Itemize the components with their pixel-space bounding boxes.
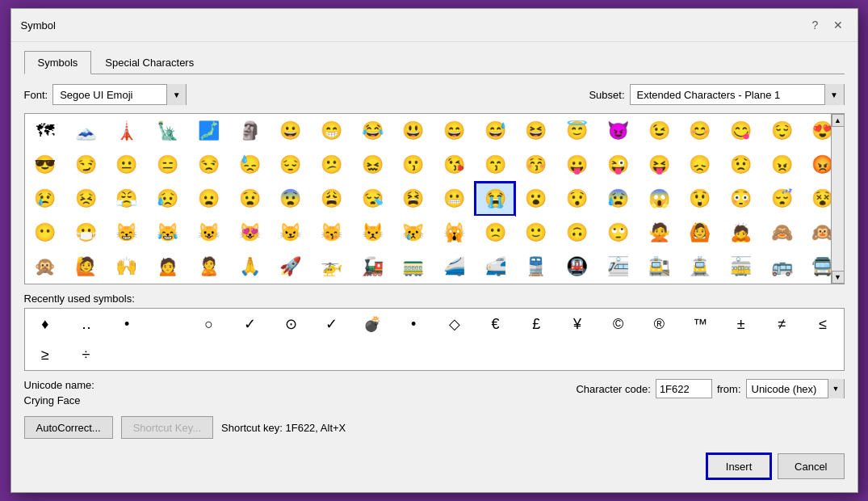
symbol-cell[interactable]: 😇 — [557, 114, 598, 148]
symbol-cell[interactable]: 😅 — [475, 114, 515, 148]
symbol-cell[interactable]: 🙏 — [229, 250, 270, 284]
tab-special-characters[interactable]: Special Characters — [91, 51, 208, 74]
symbol-cell[interactable]: 😦 — [188, 182, 229, 216]
symbol-cell[interactable]: 😳 — [720, 182, 761, 216]
symbol-cell[interactable]: 😬 — [434, 182, 475, 216]
symbol-cell[interactable]: 😌 — [761, 114, 802, 148]
symbol-cell[interactable]: 🙎 — [188, 250, 229, 284]
symbol-cell[interactable]: 😹 — [148, 216, 188, 250]
symbol-cell[interactable]: 😲 — [680, 182, 720, 216]
symbol-cell[interactable]: 😛 — [557, 148, 598, 182]
symbol-cell[interactable]: 😑 — [148, 148, 188, 182]
symbol-cell[interactable]: 🚃 — [393, 250, 434, 284]
recently-used-cell[interactable]: € — [475, 309, 516, 339]
symbol-cell[interactable]: 😩 — [311, 182, 351, 216]
symbol-cell[interactable]: 🗽 — [148, 114, 188, 148]
symbol-cell[interactable]: 😊 — [680, 114, 720, 148]
symbol-cell[interactable]: 🙀 — [434, 216, 475, 250]
symbol-cell[interactable]: 😎 — [25, 148, 65, 182]
symbol-cell[interactable]: 😖 — [352, 148, 392, 182]
symbol-cell[interactable]: 🙄 — [598, 216, 638, 250]
symbol-cell[interactable]: 😰 — [598, 182, 638, 216]
recently-used-cell[interactable]: ✓ — [311, 309, 352, 339]
symbol-cell[interactable]: 🚇 — [557, 250, 598, 284]
symbol-cell[interactable]: 😷 — [65, 216, 106, 250]
symbol-cell[interactable]: 🚆 — [516, 250, 556, 284]
recently-used-cell[interactable]: ± — [720, 309, 761, 339]
symbol-cell[interactable]: 😆 — [516, 114, 556, 148]
symbol-cell[interactable]: 🗺 — [25, 114, 65, 148]
symbol-cell[interactable]: 😒 — [188, 148, 229, 182]
symbol-cell[interactable]: 😙 — [475, 148, 515, 182]
symbol-cell[interactable]: 😁 — [311, 114, 351, 148]
symbol-cell[interactable]: 🗻 — [65, 114, 106, 148]
symbol-cell[interactable]: 😴 — [761, 182, 802, 216]
symbol-cell[interactable]: 😮 — [516, 182, 556, 216]
symbol-cell[interactable]: 🙍 — [148, 250, 188, 284]
symbol-cell[interactable]: 😥 — [148, 182, 188, 216]
symbol-cell[interactable]: 😼 — [270, 216, 311, 250]
symbol-cell[interactable]: 😔 — [270, 148, 311, 182]
symbol-cell[interactable]: 🙆 — [680, 216, 720, 250]
autocorrect-button[interactable]: AutoCorrect... — [24, 416, 113, 439]
symbol-cell[interactable]: 😪 — [352, 182, 392, 216]
symbol-cell[interactable]: 🙋 — [65, 250, 106, 284]
symbol-cell[interactable]: 🙇 — [720, 216, 761, 250]
symbol-cell[interactable]: 🙁 — [475, 216, 515, 250]
symbol-cell[interactable]: 🗿 — [229, 114, 270, 148]
symbol-cell[interactable]: 😿 — [393, 216, 434, 250]
recently-used-cell[interactable] — [148, 309, 189, 339]
from-dropdown[interactable]: Unicode (hex) ▼ — [746, 379, 845, 398]
recently-used-cell[interactable]: 💣 — [352, 309, 393, 339]
symbol-cell[interactable]: 😘 — [434, 148, 475, 182]
recently-used-cell[interactable]: • — [393, 309, 434, 339]
symbol-cell[interactable]: 🗾 — [188, 114, 229, 148]
symbol-cell[interactable]: 🚌 — [761, 250, 802, 284]
recently-used-cell[interactable]: ™ — [680, 309, 721, 339]
symbol-cell[interactable]: 🚁 — [311, 250, 351, 284]
symbol-cell[interactable]: 🙃 — [557, 216, 598, 250]
recently-used-cell[interactable]: £ — [516, 309, 557, 339]
symbol-cell[interactable]: 😫 — [393, 182, 434, 216]
symbol-cell[interactable]: 🙂 — [516, 216, 556, 250]
char-code-input[interactable] — [656, 379, 712, 398]
scroll-track[interactable] — [832, 127, 844, 271]
symbol-cell[interactable]: 🙌 — [107, 250, 147, 284]
recently-used-cell[interactable]: ✓ — [229, 309, 270, 339]
symbol-cell[interactable]: 😕 — [311, 148, 351, 182]
symbol-cell[interactable]: 😭 — [475, 182, 515, 216]
symbol-cell[interactable]: 😱 — [639, 182, 679, 216]
recently-used-cell[interactable]: © — [598, 309, 639, 339]
help-button[interactable]: ? — [806, 15, 825, 35]
font-dropdown[interactable]: Segoe UI Emoji ▼ — [52, 84, 187, 105]
symbol-cell[interactable]: 😏 — [65, 148, 106, 182]
symbol-cell[interactable]: 😈 — [598, 114, 638, 148]
symbol-cell[interactable]: 🙈 — [761, 216, 802, 250]
recently-used-cell[interactable]: ‥ — [65, 309, 107, 339]
symbol-cell[interactable]: 😠 — [761, 148, 802, 182]
symbol-cell[interactable]: 😾 — [352, 216, 392, 250]
symbol-cell[interactable]: 🗼 — [107, 114, 147, 148]
symbol-cell[interactable]: 😃 — [393, 114, 434, 148]
recently-used-cell[interactable]: ⊙ — [270, 309, 312, 339]
symbol-cell[interactable]: 😋 — [720, 114, 761, 148]
recently-used-cell[interactable]: ◇ — [434, 309, 476, 339]
scroll-down-btn[interactable]: ▼ — [832, 271, 845, 284]
cancel-button[interactable]: Cancel — [778, 453, 844, 479]
symbol-cell[interactable]: 🚈 — [598, 250, 638, 284]
symbol-cell[interactable]: 😓 — [229, 148, 270, 182]
symbol-cell[interactable]: 😝 — [639, 148, 679, 182]
symbol-cell[interactable]: 😜 — [598, 148, 638, 182]
symbol-cell[interactable]: 🚉 — [639, 250, 679, 284]
recently-used-cell[interactable]: ♦ — [25, 309, 66, 339]
recently-used-cell[interactable]: ¥ — [557, 309, 598, 339]
close-button[interactable]: ✕ — [828, 15, 848, 35]
symbol-cell[interactable]: 🚊 — [680, 250, 720, 284]
symbol-cell[interactable]: 😸 — [107, 216, 147, 250]
symbol-cell[interactable]: 😄 — [434, 114, 475, 148]
symbol-cell[interactable]: 😚 — [516, 148, 556, 182]
recently-used-cell[interactable]: ≤ — [803, 309, 844, 339]
symbol-cell[interactable]: 😟 — [720, 148, 761, 182]
symbol-cell[interactable]: 🙅 — [639, 216, 679, 250]
symbol-cell[interactable]: 🚋 — [720, 250, 761, 284]
